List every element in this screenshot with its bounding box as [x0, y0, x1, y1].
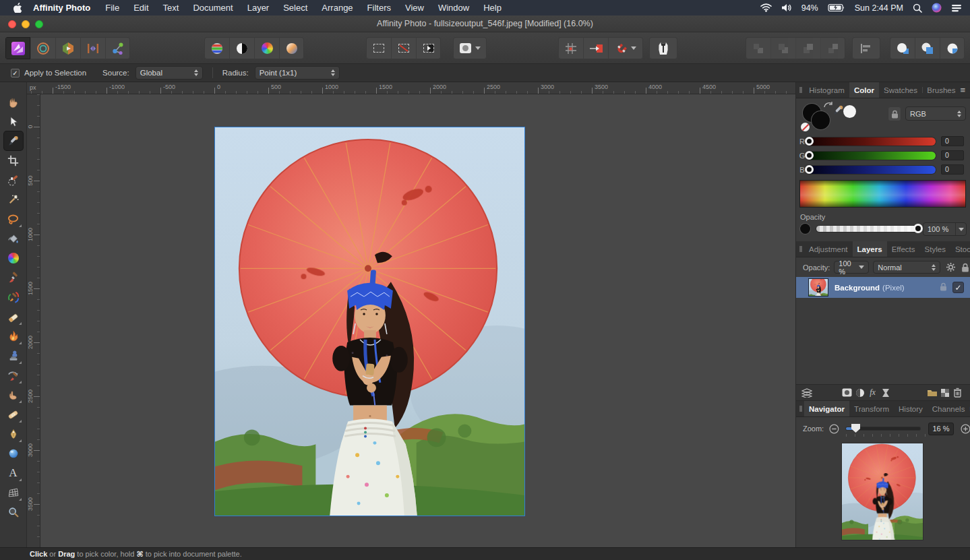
- blend-options-gear-icon[interactable]: [946, 262, 956, 272]
- group-layers-button[interactable]: [926, 386, 938, 399]
- menu-arrange[interactable]: Arrange: [322, 3, 353, 13]
- green-slider[interactable]: [806, 152, 936, 160]
- undo-brush-tool[interactable]: [4, 366, 23, 385]
- blend-ranges-button[interactable]: [938, 386, 951, 399]
- zoom-value[interactable]: 16 %: [928, 423, 954, 435]
- quick-mask-button[interactable]: [453, 37, 487, 59]
- panel-menu-icon[interactable]: ≡: [960, 85, 965, 95]
- opacity-slider[interactable]: [816, 226, 919, 232]
- tab-navigator[interactable]: Navigator: [804, 401, 849, 416]
- layer-opacity-dropdown[interactable]: 100 %: [834, 261, 869, 274]
- auto-contrast-button[interactable]: [229, 37, 254, 59]
- mixer-wheel-tool[interactable]: [4, 249, 23, 268]
- zoom-out-button[interactable]: [829, 423, 839, 435]
- opacity-slider-knob[interactable]: [913, 224, 923, 233]
- mesh-warp-tool[interactable]: [4, 483, 23, 502]
- control-center-icon[interactable]: [951, 4, 962, 12]
- zoom-window-button[interactable]: [35, 20, 43, 28]
- live-filter-button[interactable]: [879, 386, 892, 399]
- menu-select[interactable]: Select: [283, 3, 307, 13]
- menu-view[interactable]: View: [405, 3, 424, 13]
- liquify-persona-button[interactable]: [30, 37, 55, 59]
- spotlight-icon[interactable]: [913, 3, 922, 13]
- menu-document[interactable]: Document: [193, 3, 233, 13]
- tab-brushes[interactable]: Brushes: [922, 82, 960, 98]
- menu-clock[interactable]: Sun 2:44 PM: [855, 3, 903, 13]
- green-value[interactable]: 0: [941, 150, 964, 160]
- blue-value[interactable]: 0: [941, 164, 964, 175]
- insert-behind-button[interactable]: [890, 37, 915, 59]
- forward-one-button[interactable]: [795, 37, 820, 59]
- panel-grip-icon[interactable]: [799, 406, 802, 412]
- mask-layer-button[interactable]: [841, 386, 853, 399]
- move-to-front-button[interactable]: [820, 37, 845, 59]
- canvas-area[interactable]: [41, 94, 795, 547]
- wifi-icon[interactable]: [760, 3, 772, 12]
- crop-tool[interactable]: [4, 151, 23, 170]
- move-tool[interactable]: [4, 112, 23, 131]
- layer-visibility-checkbox[interactable]: ✓: [952, 282, 964, 293]
- invert-selection-button[interactable]: [416, 37, 441, 59]
- menu-file[interactable]: File: [105, 3, 119, 13]
- eraser-tool[interactable]: [4, 307, 23, 326]
- blur-tool[interactable]: [4, 444, 23, 463]
- tab-layers[interactable]: Layers: [853, 241, 887, 257]
- auto-levels-button[interactable]: [204, 37, 229, 59]
- red-slider[interactable]: [806, 137, 936, 146]
- color-spectrum[interactable]: [799, 180, 966, 208]
- layers-stack-icon[interactable]: [800, 386, 813, 399]
- healing-brush-tool[interactable]: [4, 405, 23, 424]
- layer-name[interactable]: Background: [835, 284, 880, 292]
- opacity-dropdown[interactable]: 100 %: [923, 222, 967, 236]
- red-value[interactable]: 0: [941, 136, 964, 146]
- blend-mode-dropdown[interactable]: Normal: [873, 261, 940, 274]
- auto-colors-button[interactable]: [254, 37, 279, 59]
- layer-row-background[interactable]: Background (Pixel) ✓: [796, 277, 970, 298]
- tab-stock[interactable]: Stock: [950, 241, 970, 257]
- layer-thumbnail[interactable]: [808, 278, 828, 297]
- tab-channels[interactable]: Channels: [928, 401, 970, 416]
- tab-styles[interactable]: Styles: [920, 241, 950, 257]
- auto-white-balance-button[interactable]: [279, 37, 304, 59]
- export-persona-button[interactable]: [105, 37, 130, 59]
- panel-grip-icon[interactable]: [799, 87, 802, 93]
- panel-grip-icon[interactable]: [799, 246, 802, 252]
- flood-select-tool[interactable]: [4, 190, 23, 209]
- menu-layer[interactable]: Layer: [247, 3, 270, 13]
- minimize-button[interactable]: [22, 20, 30, 28]
- deselect-button[interactable]: [391, 37, 416, 59]
- opacity-swatch[interactable]: [800, 224, 810, 234]
- tab-adjustment[interactable]: Adjustment: [804, 241, 853, 257]
- blue-slider[interactable]: [806, 166, 936, 174]
- layer-effects-button[interactable]: fx: [866, 386, 879, 399]
- tab-histogram[interactable]: Histogram: [804, 82, 849, 98]
- selection-brush-tool[interactable]: [4, 170, 23, 189]
- tab-color[interactable]: Color: [849, 82, 879, 98]
- pen-tool[interactable]: [4, 425, 23, 443]
- menu-edit[interactable]: Edit: [133, 3, 148, 13]
- layer-lock-icon[interactable]: [961, 263, 969, 272]
- move-by-whole-pixels-button[interactable]: [583, 37, 608, 59]
- color-mode-dropdown[interactable]: RGB: [905, 106, 966, 121]
- select-all-button[interactable]: [366, 37, 391, 59]
- insert-inside-button[interactable]: [940, 37, 965, 59]
- paint-brush-tool[interactable]: [4, 268, 23, 287]
- navigator-preview[interactable]: [842, 443, 923, 540]
- view-tool[interactable]: [4, 92, 23, 111]
- color-picker-icon[interactable]: [831, 104, 845, 117]
- burn-brush-tool[interactable]: [4, 327, 23, 346]
- document-image[interactable]: [214, 127, 525, 516]
- menu-window[interactable]: Window: [438, 3, 469, 13]
- volume-icon[interactable]: [781, 3, 792, 12]
- horizontal-ruler[interactable]: px -1500-1000-50005001000150020002500300…: [27, 82, 795, 94]
- move-to-back-button[interactable]: [746, 37, 770, 59]
- tab-history[interactable]: History: [894, 401, 928, 416]
- layer-lock-toggle[interactable]: [940, 282, 947, 292]
- red-slider-knob[interactable]: [805, 137, 814, 146]
- text-tool[interactable]: A: [4, 464, 23, 483]
- green-slider-knob[interactable]: [805, 151, 814, 160]
- siri-icon[interactable]: [932, 3, 942, 13]
- menu-filters[interactable]: Filters: [367, 3, 391, 13]
- smudge-tool[interactable]: [4, 385, 23, 404]
- tab-transform[interactable]: Transform: [849, 401, 894, 416]
